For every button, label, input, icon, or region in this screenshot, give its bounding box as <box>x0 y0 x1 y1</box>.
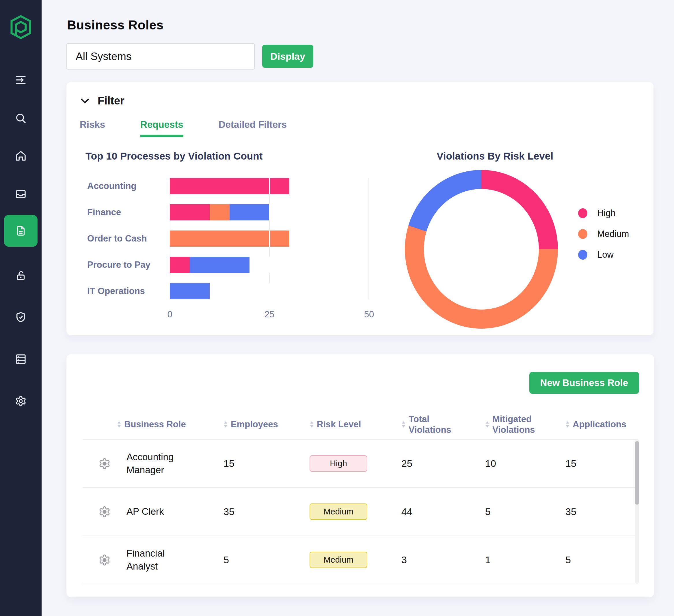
column-header-total-violations[interactable]: Total Violations <box>402 414 485 435</box>
new-business-role-button[interactable]: New Business Role <box>529 372 639 394</box>
server-icon[interactable] <box>15 353 26 365</box>
risk-level-badge: High <box>310 455 367 472</box>
column-header-applications[interactable]: Applications <box>565 419 638 430</box>
cell-business-role: AP Clerk <box>126 505 196 518</box>
bar-category-label: IT Operations <box>79 286 170 296</box>
donut-hole <box>424 189 539 310</box>
stacked-bar <box>170 204 369 220</box>
donut-chart-title: Violations By Risk Level <box>417 150 573 162</box>
table-row: Financial Analyst 5 Medium 3 1 5 <box>83 536 638 584</box>
row-settings-gear-icon[interactable] <box>83 458 126 470</box>
system-select[interactable] <box>67 43 255 69</box>
stacked-bar <box>170 178 369 194</box>
donut-legend: High Medium Low <box>578 208 629 260</box>
sort-icon <box>224 421 228 428</box>
bar-row: Order to Cash <box>79 230 374 247</box>
search-icon[interactable] <box>15 113 26 124</box>
app-logo[interactable] <box>10 15 31 40</box>
table-row: AP Clerk 35 Medium 44 5 35 <box>83 488 638 536</box>
stacked-bar <box>170 257 369 273</box>
legend-item: High <box>578 208 629 218</box>
row-settings-gear-icon[interactable] <box>83 554 126 566</box>
bar-chart-title: Top 10 Processes by Violation Count <box>86 150 374 162</box>
column-header-risk-level[interactable]: Risk Level <box>310 419 402 430</box>
filter-collapse-toggle[interactable]: Filter <box>79 93 641 107</box>
filter-heading: Filter <box>98 95 124 107</box>
risk-level-badge: Medium <box>310 552 367 568</box>
x-tick: 50 <box>364 309 374 320</box>
document-icon <box>15 225 26 237</box>
legend-label: Medium <box>597 229 629 239</box>
column-header-business-role[interactable]: Business Role <box>83 419 224 430</box>
stacked-bar <box>170 230 369 247</box>
bar-category-label: Order to Cash <box>79 234 170 244</box>
collapse-sidebar-icon[interactable] <box>15 74 26 86</box>
chevron-down-icon <box>79 95 91 107</box>
legend-label: Low <box>597 250 613 260</box>
bar-segment-low <box>190 257 249 273</box>
bar-segment-high <box>170 257 190 273</box>
shield-check-icon[interactable] <box>15 312 26 323</box>
bar-row: Finance <box>79 204 374 220</box>
table-row: Accounting Manager 15 High 25 10 15 <box>83 440 638 488</box>
cell-applications: 15 <box>565 458 638 469</box>
sort-icon <box>117 421 121 428</box>
legend-item: Low <box>578 250 629 260</box>
donut-ring <box>405 170 558 329</box>
cell-total-violations: 25 <box>402 458 485 469</box>
donut-chart: Violations By Risk Level High Medium <box>374 150 641 329</box>
table-scrollbar <box>635 439 639 584</box>
bar-category-label: Finance <box>79 207 170 217</box>
sort-icon <box>565 421 570 428</box>
bar-chart: Top 10 Processes by Violation Count Acco… <box>79 150 374 329</box>
inbox-icon[interactable] <box>15 188 26 200</box>
filter-card: Filter Risks Requests Detailed Filters T… <box>67 82 654 335</box>
cell-mitigated-violations: 5 <box>485 506 565 517</box>
cell-applications: 35 <box>565 506 638 517</box>
bar-category-label: Procure to Pay <box>79 260 170 270</box>
table-scrollbar-thumb[interactable] <box>635 441 639 505</box>
sort-icon <box>310 421 314 428</box>
x-tick: 0 <box>167 309 172 320</box>
bar-row: Procure to Pay <box>79 257 374 273</box>
cell-mitigated-violations: 10 <box>485 458 565 469</box>
tab-requests[interactable]: Requests <box>140 119 183 137</box>
row-settings-gear-icon[interactable] <box>83 506 126 518</box>
legend-label: High <box>597 208 616 218</box>
tab-risks[interactable]: Risks <box>80 119 105 137</box>
column-header-employees[interactable]: Employees <box>224 419 310 430</box>
cell-total-violations: 3 <box>402 554 485 566</box>
cell-business-role: Financial Analyst <box>126 547 196 573</box>
page-title: Business Roles <box>67 18 164 32</box>
sidebar-item-business-roles[interactable] <box>4 215 37 247</box>
unlock-icon[interactable] <box>15 270 26 281</box>
risk-level-badge: Medium <box>310 503 367 520</box>
bar-segment-medium <box>210 204 230 220</box>
cell-business-role: Accounting Manager <box>126 451 196 476</box>
cell-employees: 15 <box>224 458 310 469</box>
table-header-row: Business Role Employees Risk Level Total… <box>83 411 638 438</box>
sort-icon <box>485 421 489 428</box>
column-header-mitigated-violations[interactable]: Mitigated Violations <box>485 414 565 435</box>
bar-chart-x-axis: 0 25 50 <box>170 309 369 321</box>
bar-segment-high <box>170 204 210 220</box>
sort-icon <box>402 421 406 428</box>
bar-segment-medium <box>170 230 289 247</box>
cell-applications: 5 <box>565 554 638 566</box>
sidebar <box>0 0 41 616</box>
home-icon[interactable] <box>15 150 26 162</box>
business-roles-table-card: New Business Role Business Role Employee… <box>67 354 654 597</box>
bar-segment-low <box>170 283 210 299</box>
x-tick: 25 <box>264 309 274 320</box>
bar-row: Accounting <box>79 178 374 194</box>
stacked-bar <box>170 283 369 299</box>
filter-tabs: Risks Requests Detailed Filters <box>80 119 641 137</box>
cell-total-violations: 44 <box>402 506 485 517</box>
display-button[interactable]: Display <box>262 45 313 68</box>
tab-detailed-filters[interactable]: Detailed Filters <box>219 119 287 137</box>
cell-mitigated-violations: 1 <box>485 554 565 566</box>
legend-item: Medium <box>578 229 629 239</box>
cell-employees: 5 <box>224 554 310 566</box>
bar-segment-low <box>230 204 269 220</box>
settings-icon[interactable] <box>15 395 26 407</box>
